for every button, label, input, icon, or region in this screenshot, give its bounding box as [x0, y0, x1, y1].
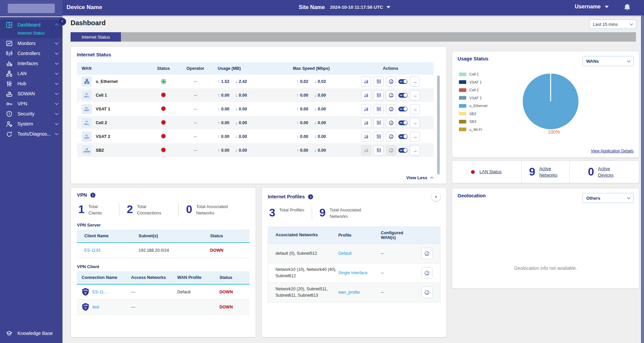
topbar: Device Name Site Name 2024-10-10 11:17:5… [0, 0, 644, 15]
details-arrow-button[interactable]: → [410, 145, 420, 155]
lan-tree-icon [6, 70, 12, 77]
vpn-connection-link[interactable]: ES-11... [92, 290, 107, 294]
geolocation-selector[interactable]: Others [583, 193, 634, 203]
wan-enable-toggle[interactable]: ON [398, 148, 407, 153]
graduation-cap-icon [6, 330, 12, 337]
sidebar-item-security[interactable]: Security [0, 109, 62, 119]
sidebar-item-lan[interactable]: LAN [0, 68, 62, 79]
wan-enable-toggle[interactable]: ON [398, 134, 407, 139]
status-badge: DOWN [210, 248, 250, 253]
details-arrow-button[interactable]: → [410, 104, 420, 114]
active-networks-link[interactable]: Active Networks [539, 165, 562, 179]
usage-down: 2.42 [239, 79, 247, 84]
profile-link[interactable]: Default [338, 251, 381, 256]
sidebar-item-internet-status[interactable]: Internet Status [0, 30, 62, 37]
sliders-action-button[interactable] [374, 145, 384, 155]
sidebar-menu: Dashboard Internet Status Monitors Contr… [0, 20, 62, 139]
chart-action-button[interactable] [361, 90, 371, 100]
sidebar-item-controllers[interactable]: Controllers [0, 48, 62, 58]
sidebar-item-label: Knowledge Base [17, 331, 58, 336]
chart-action-button[interactable] [361, 132, 371, 142]
configured-wans-value: -- [381, 251, 421, 256]
panel-next-button[interactable]: › [432, 192, 440, 201]
user-menu[interactable]: Username [575, 4, 609, 10]
wan-profile-value: Default [177, 290, 220, 294]
vpn-client-heading: VPN Client [77, 264, 250, 269]
sidebar-item-dashboard[interactable]: Dashboard [0, 20, 62, 30]
sidebar-item-sdwan[interactable]: SDWAN [0, 89, 62, 99]
active-networks-count: 9 [529, 165, 535, 178]
vpn-stats: 1Total Clients 2Total Connections 0Total… [77, 203, 250, 216]
view-less-link[interactable]: View Less [406, 175, 433, 180]
details-arrow-button[interactable]: → [410, 132, 420, 142]
status-down-dot [161, 120, 166, 125]
status-down-dot [161, 93, 166, 97]
profile-link[interactable]: Single Interface [338, 271, 381, 275]
profile-link[interactable]: wan_profile [338, 290, 381, 295]
legend-swatch [459, 104, 466, 108]
speed-test-action-button[interactable] [421, 267, 433, 279]
sliders-action-button[interactable] [374, 90, 384, 100]
speed-test-action-button[interactable] [386, 77, 396, 87]
sliders-action-button[interactable] [374, 132, 384, 142]
details-arrow-button[interactable]: → [410, 90, 420, 100]
svg-text:VPN: VPN [83, 289, 88, 291]
speed-test-action-button[interactable] [421, 248, 433, 259]
wan-enable-toggle[interactable]: ON [398, 93, 407, 98]
speed-test-action-button[interactable] [421, 287, 433, 298]
sidebar-item-hub[interactable]: Hub [0, 79, 62, 89]
sidebar-item-monitors[interactable]: Monitors [0, 38, 62, 48]
speed-test-action-button[interactable] [386, 132, 396, 142]
cell-antenna-icon: CELL [82, 118, 92, 128]
sidebar-item-tools-diagnostics[interactable]: Tools/Diagnos... [0, 129, 62, 139]
lan-status-card: LAN Status 9 Active Networks 0 Active De… [452, 160, 639, 183]
vpn-connection-link[interactable]: test [92, 305, 99, 309]
sliders-action-button[interactable] [374, 77, 384, 87]
table-row: default (0), Subnet512 Default -- [268, 244, 440, 263]
sidebar-item-interfaces[interactable]: Interfaces [0, 58, 62, 68]
speed-test-action-button[interactable] [386, 104, 396, 114]
view-application-details-link[interactable]: View Application Details [591, 149, 634, 153]
details-arrow-button[interactable]: → [410, 77, 420, 87]
antenna-icon [6, 50, 12, 57]
wan-enable-toggle[interactable]: ON [398, 120, 407, 125]
vpn-title: VPN [77, 192, 87, 198]
vpn-client-link[interactable]: ES-1133 [77, 248, 139, 253]
time-range-select[interactable]: Last 15 mins [589, 19, 636, 29]
sidebar-item-label: Security [17, 111, 55, 116]
speed-up: 0.02 [300, 79, 308, 84]
chart-action-button[interactable] [361, 104, 371, 114]
speed-test-action-button[interactable] [386, 90, 396, 100]
info-icon[interactable]: i [90, 193, 95, 198]
sidebar-collapse-button[interactable] [58, 18, 66, 26]
sliders-action-button[interactable] [374, 104, 384, 114]
legend-item: SB2 [459, 112, 487, 116]
column-header-usage: Usage (MB) [213, 66, 275, 71]
details-arrow-button[interactable]: → [410, 118, 420, 128]
sidebar-item-system[interactable]: System [0, 119, 62, 129]
tab-internet-status[interactable]: Internet Status [71, 32, 121, 42]
table-scrollbar[interactable] [437, 76, 440, 175]
wan-enable-toggle[interactable]: ON [398, 107, 407, 111]
lan-status-link[interactable]: LAN Status [479, 168, 502, 175]
wan-name: VSAT 1 [96, 107, 110, 111]
usage-down: 0.00 [239, 93, 247, 98]
info-icon[interactable]: i [308, 194, 313, 199]
sliders-action-button[interactable] [374, 118, 384, 128]
sidebar-item-vpn[interactable]: VPN [0, 99, 62, 109]
associated-networks-value: Network10 (10), Network40 (40), Subnet61… [268, 264, 338, 282]
datetime-dropdown[interactable]: 2024-10-10 11:17:56 UTC [330, 5, 390, 10]
subnet-value: 192.168.20.0/24 [139, 248, 210, 253]
chart-action-button[interactable] [361, 118, 371, 128]
wan-enable-toggle[interactable]: ON [398, 79, 407, 84]
page-scrollbar[interactable] [641, 15, 644, 343]
sidebar-item-knowledge-base[interactable]: Knowledge Base [0, 328, 62, 338]
active-devices-link[interactable]: Active Devices [598, 165, 621, 179]
chart-action-button[interactable] [361, 77, 371, 87]
notifications-bell-icon[interactable] [623, 3, 631, 12]
internet-status-table: WAN Status Operator Usage (MB) Max Speed… [77, 62, 440, 157]
speed-test-action-button[interactable] [386, 118, 396, 128]
pie-legend: Cell 1 VSAT 1 Cell 2 VSAT 2 u_Ethernet S… [459, 72, 487, 132]
wan-selector[interactable]: WANs [583, 56, 634, 66]
access-networks-value: --- [131, 290, 177, 294]
